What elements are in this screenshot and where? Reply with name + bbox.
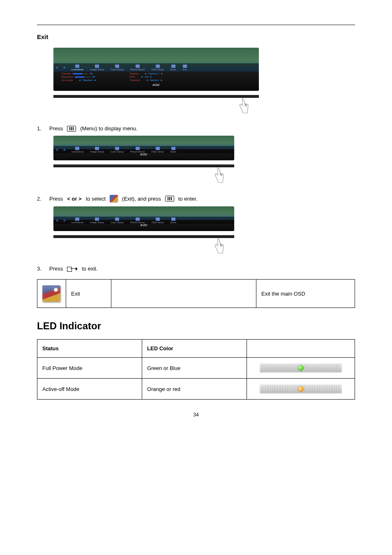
led-indicator-heading: LED Indicator <box>37 320 355 332</box>
osd-tab: Image Setup <box>90 217 104 224</box>
page-number: 34 <box>37 412 355 418</box>
led-green-image <box>260 363 342 372</box>
menu-icon <box>67 126 76 132</box>
monitor-bezel-edge-3 <box>53 235 234 260</box>
osd-tab: Picture Boost <box>130 147 145 153</box>
nav-next-icon: > <box>63 65 66 70</box>
exit-desc-cell: Exit the main OSD <box>256 280 355 308</box>
osd-tab: Color Setup <box>111 147 124 153</box>
osd-settings-rows: Contrast50 Brightness90 Eco mode◄Standar… <box>62 72 163 82</box>
osd-screenshot-step1: < > Luminance Image Setup Color Setup Pi… <box>53 136 234 160</box>
nav-next-icon: > <box>63 218 66 223</box>
osd-tab: Color Setup <box>111 217 124 224</box>
exit-blank-cell <box>111 280 256 308</box>
osd-brand: AOC <box>152 83 160 87</box>
auto-exit-icon <box>67 266 78 272</box>
nav-next-icon: > <box>63 148 66 152</box>
monitor-bezel-edge-2 <box>53 164 234 189</box>
osd-tab-color-setup: Color Setup <box>111 65 124 71</box>
led-indicator-table: Status LED Color Full Power Mode Green o… <box>37 339 355 400</box>
osd-tab-extra: Extra <box>171 65 176 71</box>
table-row: Active-off Mode Orange or red <box>37 379 355 400</box>
osd-screenshot-step2: < > Luminance Image Setup Color Setup Pi… <box>53 206 234 231</box>
osd-screenshot-full: < > Luminance Image Setup Color Setup Pi… <box>53 48 259 91</box>
osd-tab: Picture Boost <box>130 217 145 224</box>
nav-prev-icon: < <box>56 65 58 70</box>
hand-pointer-icon <box>210 166 227 186</box>
monitor-bezel-edge-1 <box>53 95 259 120</box>
exit-tab-icon <box>110 195 118 202</box>
osd-tab-exit: Exit <box>183 65 187 71</box>
table-row: Full Power Mode Green or Blue <box>37 358 355 379</box>
led-header-color: LED Color <box>142 340 247 358</box>
led-orange-image <box>260 384 342 393</box>
step-1: 1. Press (Menu) to display menu. <box>37 125 355 132</box>
led-header-status: Status <box>37 340 142 358</box>
nav-prev-icon: < <box>56 218 58 223</box>
hand-pointer-icon <box>235 97 251 116</box>
led-header-image <box>247 340 355 358</box>
top-rule <box>37 25 355 25</box>
osd-brand: AOC <box>140 223 148 227</box>
hand-pointer-icon <box>210 237 227 257</box>
osd-tab: Image Setup <box>90 147 104 153</box>
osd-tab: Extra <box>171 217 176 224</box>
step-2: 2. Press < or > to select (Exit), and pr… <box>37 195 355 202</box>
osd-brand: AOC <box>140 153 148 156</box>
osd-tab: OSD Setup <box>151 217 164 224</box>
exit-description-table: Exit Exit the main OSD <box>37 279 355 308</box>
exit-large-icon <box>42 285 60 302</box>
osd-tab-luminance: Luminance <box>71 65 83 71</box>
osd-tab: Extra <box>171 147 176 153</box>
osd-tab-osd-setup: OSD Setup <box>151 65 164 71</box>
osd-tab-picture-boost: Picture Boost <box>130 65 145 71</box>
nav-prev-icon: < <box>56 148 58 152</box>
osd-tab-image-setup: Image Setup <box>90 65 104 71</box>
exit-heading: Exit <box>37 33 355 40</box>
exit-label-cell: Exit <box>66 280 111 308</box>
osd-tab: OSD Setup <box>151 147 164 153</box>
osd-tab: Luminance <box>71 147 83 153</box>
step-3: 3. Press to exit. <box>37 266 355 272</box>
osd-tab: Luminance <box>71 217 83 224</box>
menu-icon <box>165 196 174 201</box>
